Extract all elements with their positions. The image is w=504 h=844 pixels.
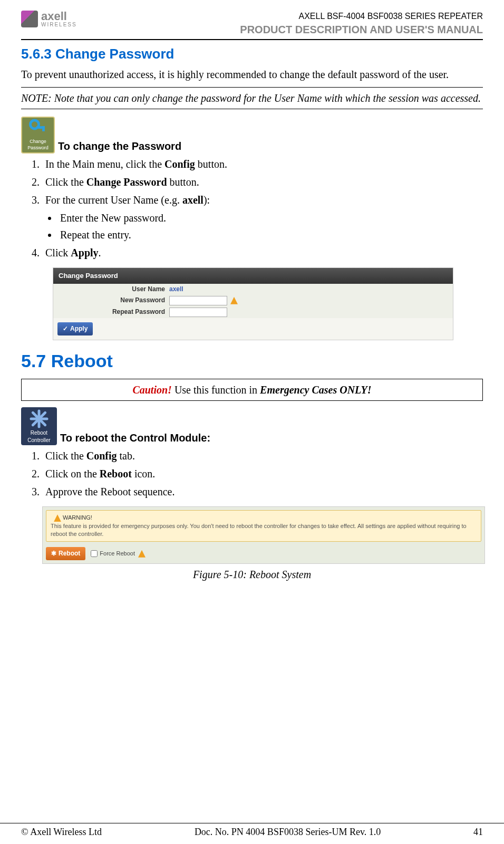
svg-rect-2 xyxy=(42,126,45,131)
reboot-actions: Reboot Force Reboot xyxy=(43,545,484,563)
asterisk-icon xyxy=(28,408,50,429)
step-2: Click the Change Password button. xyxy=(42,175,483,189)
heading-563: 5.6.3 Change Password xyxy=(21,44,483,63)
repeat-password-input[interactable] xyxy=(169,308,227,317)
change-password-icon-block: ChangePassword To change the Password xyxy=(21,117,483,154)
sub-bullets: Enter the New password. Repeat the entry… xyxy=(21,210,483,242)
force-reboot-label: Force Reboot xyxy=(100,550,135,558)
manual-title: PRODUCT DESCRIPTION AND USER'S MANUAL xyxy=(240,22,483,37)
step-4: Click Apply. xyxy=(42,245,483,260)
caution-label: Caution! xyxy=(132,384,171,396)
caution-box: Caution! Use this function in Emergency … xyxy=(21,379,483,401)
axell-logo-icon xyxy=(21,11,38,27)
caution-em: Emergency Cases ONLY! xyxy=(260,384,371,396)
key-icon xyxy=(27,118,49,138)
pw-panel-title: Change Password xyxy=(53,268,453,284)
row-new-password: New Password xyxy=(53,295,453,306)
warning-icon xyxy=(54,514,61,522)
apply-button[interactable]: Apply xyxy=(57,322,93,335)
intro-563: To prevent unauthorized access, it is hi… xyxy=(21,67,483,82)
page-header: axell WIRELESS AXELL BSF-4004 BSF0038 SE… xyxy=(21,11,483,40)
step-57-1: Click the Config tab. xyxy=(42,448,483,463)
warning-body: This feature is provided for emergency p… xyxy=(51,523,467,537)
steps-563: In the Main menu, click the Config butto… xyxy=(21,157,483,207)
username-value: axell xyxy=(169,285,183,294)
reboot-panel: WARNING! This feature is provided for em… xyxy=(42,506,485,564)
note-block: NOTE: Note that you can only change the … xyxy=(21,87,483,109)
new-password-input[interactable] xyxy=(169,296,227,305)
bullet-enter-pw: Enter the New password. xyxy=(58,210,483,225)
reboot-label: To reboot the Control Module: xyxy=(60,430,210,445)
row-username: User Name axell xyxy=(53,284,453,295)
step-57-2: Click on the Reboot icon. xyxy=(42,466,483,481)
warning-icon xyxy=(138,550,146,558)
icon-text-bottom: Password xyxy=(27,145,49,150)
brand-sub: WIRELESS xyxy=(41,22,77,27)
product-line: AXELL BSF-4004 BSF0038 SERIES REPEATER xyxy=(240,11,483,22)
reboot-controller-icon: RebootController xyxy=(21,407,57,445)
icon-text-top: Change xyxy=(30,139,46,144)
reboot-icon-block: RebootController To reboot the Control M… xyxy=(21,407,483,445)
reboot-icon-text-bottom: Controller xyxy=(27,437,50,443)
warning-icon xyxy=(230,297,238,304)
step-3: For the current User Name (e.g. axell): xyxy=(42,193,483,207)
brand-name: axell xyxy=(41,11,77,22)
figure-caption: Figure 5-10: Reboot System xyxy=(21,567,483,582)
force-reboot-option[interactable]: Force Reboot xyxy=(91,550,146,558)
reboot-icon-text-top: Reboot xyxy=(31,430,47,436)
warning-title: WARNING! xyxy=(63,514,92,521)
step-57-3: Approve the Reboot sequence. xyxy=(42,484,483,499)
reboot-warning-box: WARNING! This feature is provided for em… xyxy=(46,510,481,542)
steps-57: Click the Config tab. Click on the Reboo… xyxy=(21,448,483,499)
logo: axell WIRELESS xyxy=(21,11,77,27)
row-repeat-password: Repeat Password xyxy=(53,306,453,318)
reboot-button[interactable]: Reboot xyxy=(46,547,85,560)
repeat-password-label: Repeat Password xyxy=(53,308,169,316)
username-label: User Name xyxy=(53,285,169,294)
change-password-label: To change the Password xyxy=(58,139,181,154)
new-password-label: New Password xyxy=(53,296,169,305)
bullet-repeat: Repeat the entry. xyxy=(58,227,483,242)
steps-563b: Click Apply. xyxy=(21,245,483,260)
change-password-panel: Change Password User Name axell New Pass… xyxy=(53,267,453,340)
header-right: AXELL BSF-4004 BSF0038 SERIES REPEATER P… xyxy=(240,11,483,37)
logo-text: axell WIRELESS xyxy=(41,11,77,27)
step-1: In the Main menu, click the Config butto… xyxy=(42,157,483,171)
force-reboot-checkbox[interactable] xyxy=(91,550,98,557)
heading-57: 5.7 Reboot xyxy=(21,349,483,374)
change-password-icon: ChangePassword xyxy=(21,117,55,154)
